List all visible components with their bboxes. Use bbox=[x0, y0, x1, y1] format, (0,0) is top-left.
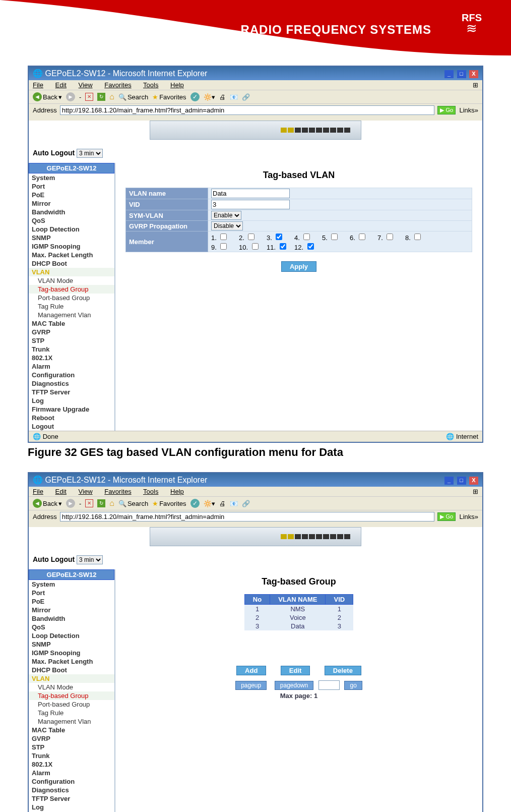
sidebar-item-vlan[interactable]: VLAN bbox=[29, 268, 114, 276]
sidebar-item-trunk[interactable]: Trunk bbox=[29, 345, 114, 354]
sidebar-item-mactable[interactable]: MAC Table bbox=[29, 319, 114, 328]
stop-icon[interactable]: ✕ bbox=[85, 93, 93, 101]
sidebar-item-log[interactable]: Log bbox=[29, 396, 114, 405]
member-checkbox-5[interactable] bbox=[331, 234, 338, 240]
discuss-icon[interactable]: 🔗 bbox=[242, 93, 250, 101]
menu-favorites[interactable]: Favorites bbox=[104, 488, 131, 495]
sidebar-item-fw[interactable]: Firmware Upgrade bbox=[29, 405, 114, 414]
sidebar-item-config[interactable]: Configuration bbox=[29, 371, 114, 379]
member-checkbox-6[interactable] bbox=[359, 234, 365, 240]
go-button[interactable]: ▶ Go bbox=[437, 106, 456, 114]
member-checkbox-1[interactable] bbox=[220, 234, 227, 240]
sidebar-item-config[interactable]: Configuration bbox=[29, 777, 114, 786]
search-button[interactable]: 🔍 Search bbox=[118, 93, 148, 101]
sidebar-item-system[interactable]: System bbox=[29, 580, 114, 589]
forward-button[interactable]: ► bbox=[66, 499, 75, 508]
maximize-button[interactable]: □ bbox=[457, 477, 466, 485]
member-checkbox-12[interactable] bbox=[307, 243, 314, 250]
sidebar-item-8021x[interactable]: 802.1X bbox=[29, 354, 114, 362]
home-icon[interactable]: ⌂ bbox=[109, 92, 114, 101]
menu-edit[interactable]: Edit bbox=[55, 488, 67, 495]
sidebar-item-vlan[interactable]: VLAN bbox=[29, 674, 114, 683]
menu-file[interactable]: File bbox=[33, 488, 43, 495]
sidebar-item-tftp[interactable]: TFTP Server bbox=[29, 388, 114, 396]
vid-input[interactable] bbox=[211, 200, 290, 209]
close-button[interactable]: X bbox=[469, 70, 478, 78]
menu-file[interactable]: File bbox=[33, 81, 43, 89]
sidebar-sub-tagrule[interactable]: Tag Rule bbox=[29, 302, 114, 311]
sidebar-sub-tagbased[interactable]: Tag-based Group bbox=[29, 691, 114, 700]
sidebar-item-gvrp[interactable]: GVRP bbox=[29, 328, 114, 336]
print-icon[interactable]: 🖨 bbox=[219, 500, 226, 507]
links-label[interactable]: Links bbox=[459, 106, 474, 114]
sidebar-item-gvrp[interactable]: GVRP bbox=[29, 734, 114, 743]
sidebar-item-alarm[interactable]: Alarm bbox=[29, 769, 114, 777]
member-checkbox-3[interactable] bbox=[276, 234, 282, 240]
pageup-button[interactable]: pageup bbox=[235, 681, 267, 690]
table-row[interactable]: 3Data3 bbox=[244, 622, 353, 630]
sidebar-item-qos[interactable]: QoS bbox=[29, 216, 114, 225]
sidebar-item-diag[interactable]: Diagnostics bbox=[29, 379, 114, 388]
discuss-icon[interactable]: 🔗 bbox=[242, 500, 250, 507]
sidebar-item-mactable[interactable]: MAC Table bbox=[29, 726, 114, 734]
close-button[interactable]: X bbox=[469, 477, 478, 485]
sidebar-item-bandwidth[interactable]: Bandwidth bbox=[29, 614, 114, 623]
sidebar-item-loop[interactable]: Loop Detection bbox=[29, 225, 114, 234]
member-checkbox-4[interactable] bbox=[303, 234, 310, 240]
sidebar-item-loop[interactable]: Loop Detection bbox=[29, 631, 114, 640]
sidebar-item-logout[interactable]: Logout bbox=[29, 422, 114, 431]
delete-button[interactable]: Delete bbox=[325, 666, 361, 675]
back-button[interactable]: ◄ Back ▾ bbox=[33, 499, 62, 508]
gvrp-select[interactable]: Disable bbox=[211, 221, 243, 230]
menu-tools[interactable]: Tools bbox=[143, 488, 158, 495]
sidebar-item-poe[interactable]: PoE bbox=[29, 191, 114, 199]
sidebar-item-system[interactable]: System bbox=[29, 173, 114, 182]
address-input[interactable] bbox=[60, 512, 435, 521]
print-icon[interactable]: 🖨 bbox=[219, 93, 226, 101]
page-go-button[interactable]: go bbox=[344, 681, 362, 690]
history-icon[interactable]: 🔆▾ bbox=[204, 93, 215, 101]
sidebar-sub-mgmtvlan[interactable]: Management Vlan bbox=[29, 311, 114, 319]
sidebar-sub-tagbased[interactable]: Tag-based Group bbox=[29, 285, 114, 294]
minimize-button[interactable]: _ bbox=[444, 70, 454, 78]
table-row[interactable]: 2Voice2 bbox=[244, 613, 353, 622]
sidebar-item-reboot[interactable]: Reboot bbox=[29, 414, 114, 422]
stop-icon[interactable]: ✕ bbox=[85, 499, 93, 507]
favorites-button[interactable]: ★ Favorites bbox=[152, 93, 186, 101]
pagedown-button[interactable]: pagedown bbox=[275, 681, 313, 690]
sidebar-sub-portbased[interactable]: Port-based Group bbox=[29, 294, 114, 302]
menu-tools[interactable]: Tools bbox=[143, 81, 158, 89]
mail-icon[interactable]: 📧 bbox=[230, 93, 238, 101]
apply-button[interactable]: Apply bbox=[281, 261, 316, 272]
sidebar-item-igmp[interactable]: IGMP Snooping bbox=[29, 242, 114, 251]
menu-help[interactable]: Help bbox=[170, 81, 184, 89]
add-button[interactable]: Add bbox=[236, 666, 266, 675]
sidebar-item-bandwidth[interactable]: Bandwidth bbox=[29, 208, 114, 216]
refresh-icon[interactable]: ↻ bbox=[97, 93, 105, 101]
sidebar-sub-vlanmode[interactable]: VLAN Mode bbox=[29, 683, 114, 691]
address-input[interactable] bbox=[60, 105, 435, 115]
sidebar-item-mirror[interactable]: Mirror bbox=[29, 199, 114, 208]
sidebar-item-poe[interactable]: PoE bbox=[29, 597, 114, 606]
sidebar-sub-portbased[interactable]: Port-based Group bbox=[29, 700, 114, 709]
sym-vlan-select[interactable]: Enable bbox=[211, 211, 241, 220]
media-icon[interactable]: ✓ bbox=[190, 92, 200, 101]
refresh-icon[interactable]: ↻ bbox=[97, 499, 105, 507]
table-row[interactable]: 1NMS1 bbox=[244, 605, 353, 614]
auto-logout-select[interactable]: 3 min bbox=[77, 149, 103, 158]
sidebar-item-maxpacket[interactable]: Max. Packet Length bbox=[29, 657, 114, 666]
sidebar-item-trunk[interactable]: Trunk bbox=[29, 751, 114, 760]
edit-button[interactable]: Edit bbox=[281, 666, 310, 675]
sidebar-item-snmp[interactable]: SNMP bbox=[29, 640, 114, 649]
member-checkbox-7[interactable] bbox=[387, 234, 393, 240]
forward-button[interactable]: ► bbox=[66, 92, 75, 101]
maximize-button[interactable]: □ bbox=[457, 70, 466, 78]
favorites-button[interactable]: ★ Favorites bbox=[152, 500, 186, 507]
sidebar-item-dhcpboot[interactable]: DHCP Boot bbox=[29, 259, 114, 268]
sidebar-item-tftp[interactable]: TFTP Server bbox=[29, 794, 114, 803]
member-checkbox-10[interactable] bbox=[252, 243, 259, 250]
sidebar-item-port[interactable]: Port bbox=[29, 182, 114, 191]
menu-view[interactable]: View bbox=[79, 81, 93, 89]
mail-icon[interactable]: 📧 bbox=[230, 500, 238, 507]
menu-favorites[interactable]: Favorites bbox=[104, 81, 131, 89]
